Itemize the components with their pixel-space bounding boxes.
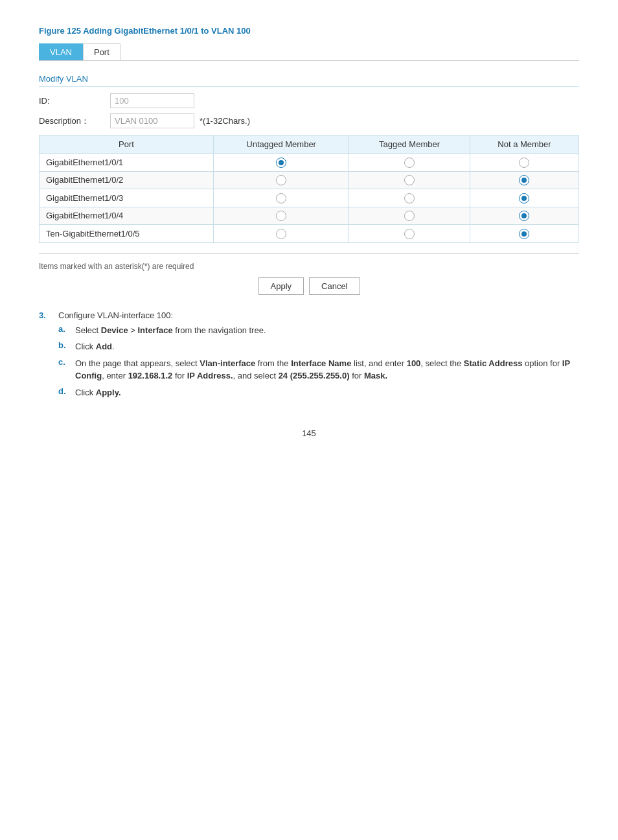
desc-input[interactable]: [110, 113, 194, 128]
section-title: Modify VLAN: [39, 74, 579, 87]
id-label: ID:: [39, 96, 110, 106]
sub-step-content: Select Device > Interface from the navig…: [75, 324, 266, 337]
sub-step: c.On the page that appears, select Vlan-…: [58, 357, 579, 382]
port-cell: GigabitEthernet1/0/2: [40, 171, 214, 189]
sub-step-label: c.: [58, 357, 75, 382]
table-row: GigabitEthernet1/0/1: [40, 154, 579, 172]
port-cell: Ten-GigabitEthernet1/0/5: [40, 225, 214, 243]
table-row: GigabitEthernet1/0/3: [40, 189, 579, 207]
id-input[interactable]: [110, 93, 194, 108]
step3-num: 3.: [39, 310, 58, 403]
figure-title: Figure 125 Adding GigabitEthernet 1/0/1 …: [39, 26, 579, 36]
untagged-cell[interactable]: [214, 225, 349, 243]
sub-step: b.Click Add.: [58, 340, 579, 353]
tab-port[interactable]: Port: [83, 43, 120, 60]
tab-bar: VLAN Port: [39, 43, 579, 61]
tagged-cell[interactable]: [349, 207, 470, 225]
sub-step-content: Click Apply.: [75, 386, 121, 399]
port-cell: GigabitEthernet1/0/4: [40, 207, 214, 225]
tagged-cell[interactable]: [349, 171, 470, 189]
desc-label: Description：: [39, 115, 110, 127]
not-member-cell[interactable]: [470, 189, 578, 207]
untagged-cell[interactable]: [214, 189, 349, 207]
sub-step-label: a.: [58, 324, 75, 337]
required-note: Items marked with an asterisk(*) are req…: [39, 262, 579, 271]
col-port: Port: [40, 135, 214, 154]
untagged-cell[interactable]: [214, 171, 349, 189]
sub-step-content: Click Add.: [75, 340, 115, 353]
col-untagged: Untagged Member: [214, 135, 349, 154]
table-row: GigabitEthernet1/0/2: [40, 171, 579, 189]
col-tagged: Tagged Member: [349, 135, 470, 154]
untagged-cell[interactable]: [214, 207, 349, 225]
vlan-table: Port Untagged Member Tagged Member Not a…: [39, 135, 579, 243]
not-member-cell[interactable]: [470, 171, 578, 189]
tagged-cell[interactable]: [349, 189, 470, 207]
modify-vlan-section: Modify VLAN ID: Description： *(1-32Chars…: [39, 74, 579, 243]
not-member-cell[interactable]: [470, 225, 578, 243]
step3-text: Configure VLAN-interface 100:: [58, 310, 579, 320]
sub-step-label: d.: [58, 386, 75, 399]
untagged-cell[interactable]: [214, 154, 349, 172]
not-member-cell[interactable]: [470, 207, 578, 225]
sub-steps: a.Select Device > Interface from the nav…: [58, 324, 579, 399]
port-cell: GigabitEthernet1/0/1: [40, 154, 214, 172]
divider: [39, 253, 579, 254]
table-row: Ten-GigabitEthernet1/0/5: [40, 225, 579, 243]
col-not-member: Not a Member: [470, 135, 578, 154]
sub-step-label: b.: [58, 340, 75, 353]
apply-button[interactable]: Apply: [258, 277, 304, 295]
page-number: 145: [39, 428, 579, 438]
tagged-cell[interactable]: [349, 225, 470, 243]
tagged-cell[interactable]: [349, 154, 470, 172]
button-row: Apply Cancel: [39, 277, 579, 295]
desc-hint: *(1-32Chars.): [200, 116, 250, 126]
sub-step-content: On the page that appears, select Vlan-in…: [75, 357, 579, 382]
table-row: GigabitEthernet1/0/4: [40, 207, 579, 225]
tab-vlan[interactable]: VLAN: [39, 43, 83, 60]
port-cell: GigabitEthernet1/0/3: [40, 189, 214, 207]
sub-step: d.Click Apply.: [58, 386, 579, 399]
instructions: 3. Configure VLAN-interface 100: a.Selec…: [39, 310, 579, 403]
sub-step: a.Select Device > Interface from the nav…: [58, 324, 579, 337]
cancel-button[interactable]: Cancel: [309, 277, 360, 295]
not-member-cell[interactable]: [470, 154, 578, 172]
